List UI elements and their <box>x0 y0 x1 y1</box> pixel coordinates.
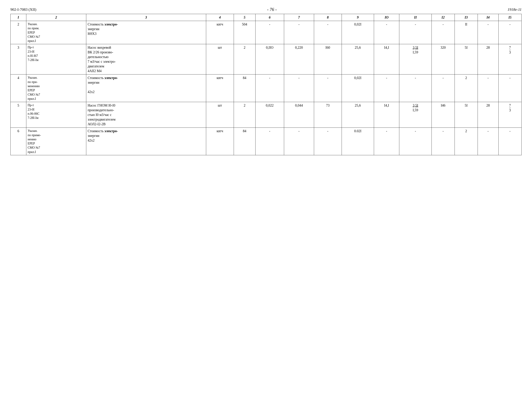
row3-col8: I60 <box>314 44 342 75</box>
row4-col10: - <box>374 75 399 102</box>
row5-col6: 0,022 <box>255 102 284 128</box>
row6-col5: 84 <box>234 128 255 155</box>
row5-col15: 73 <box>498 102 521 128</box>
row2-col2: Указан. по прим. ЕРЕР СМО №7 прил.I <box>26 21 86 44</box>
table-row: 6 Указан. по приме- нению ЕРЕР СМО №7 пр… <box>11 128 522 155</box>
row5-col10: I4,I <box>374 102 399 128</box>
table-row: 3 Пр-т 23-0I п.0I-I67 7-28I-Iм Насос вих… <box>11 44 522 75</box>
row3-col13: 5I <box>455 44 478 75</box>
row4-col7: - <box>284 75 314 102</box>
row5-col8: 73 <box>314 102 342 128</box>
row3-col10: I4,I <box>374 44 399 75</box>
table-row: 5 Пр-т 23-0I п.06-06С 7-28I-Iм Насос ГНО… <box>11 102 522 128</box>
row5-col14: 28 <box>478 102 498 128</box>
row6-col2: Указан. по приме- нению ЕРЕР СМО №7 прил… <box>26 128 86 155</box>
row6-col8: - <box>314 128 342 155</box>
row4-col13: 2 <box>455 75 478 102</box>
row4-col12: - <box>431 75 455 102</box>
row6-col7: - <box>284 128 314 155</box>
col-header-12: I2 <box>431 14 455 21</box>
main-table: I 2 3 4 5 6 7 8 9 IO II I2 I3 I4 I5 2 Ук… <box>10 14 522 155</box>
col-header-2: 2 <box>26 14 86 21</box>
document-title: 902-I-7083 (XII) <box>10 7 36 12</box>
col-header-10: IO <box>374 14 399 21</box>
row4-col8: - <box>314 75 342 102</box>
row-num: 4 <box>11 75 26 102</box>
header-row: I 2 3 4 5 6 7 8 9 IO II I2 I3 I4 I5 <box>11 14 522 21</box>
col-header-14: I4 <box>478 14 498 21</box>
col-header-1: I <box>11 14 26 21</box>
row2-col10: - <box>374 21 399 44</box>
row3-col15: 73 <box>498 44 521 75</box>
row6-col3: Стоимость электро- энергии 42х2 <box>86 128 206 155</box>
row6-col13: 2 <box>455 128 478 155</box>
row5-col13: 5I <box>455 102 478 128</box>
row2-col8: - <box>314 21 342 44</box>
row5-col9: 25,6 <box>342 102 374 128</box>
page-number: - 76 - <box>267 7 277 12</box>
row6-col12: - <box>431 128 455 155</box>
table-row: 4 Указан. по при- менению ЕРЕР СМО №7 пр… <box>11 75 522 102</box>
row6-col10: - <box>374 128 399 155</box>
col-header-13: I3 <box>455 14 478 21</box>
col-header-15: I5 <box>498 14 521 21</box>
row-num: 5 <box>11 102 26 128</box>
row2-col4: квтч <box>206 21 234 44</box>
row2-col12: - <box>431 21 455 44</box>
row4-col11: - <box>399 75 431 102</box>
row2-col5: 504 <box>234 21 255 44</box>
document-date: 1918e-11 <box>507 7 522 12</box>
col-header-5: 5 <box>234 14 255 21</box>
row2-col11: - <box>399 21 431 44</box>
row5-col4: шт <box>206 102 234 128</box>
row3-col6: 0,IIO <box>255 44 284 75</box>
row2-col15: - <box>498 21 521 44</box>
col-header-3: 3 <box>86 14 206 21</box>
row3-col5: 2 <box>234 44 255 75</box>
row5-col2: Пр-т 23-0I п.06-06С 7-28I-Iм <box>26 102 86 128</box>
row6-col15: - <box>498 128 521 155</box>
col-header-9: 9 <box>342 14 374 21</box>
row3-col4: шт <box>206 44 234 75</box>
row-num: 3 <box>11 44 26 75</box>
row4-col9: 0,02I <box>342 75 374 102</box>
col-header-6: 6 <box>255 14 284 21</box>
row4-col15: - <box>498 75 521 102</box>
row-num: 6 <box>11 128 26 155</box>
row5-col12: I46 <box>431 102 455 128</box>
row5-col11: 3,5II,59 <box>399 102 431 128</box>
col-header-4: 4 <box>206 14 234 21</box>
row2-col13: II <box>455 21 478 44</box>
row4-col6: - <box>255 75 284 102</box>
row5-col5: 2 <box>234 102 255 128</box>
row3-col3: Насос вихревой ВК 2/26 произво- дительно… <box>86 44 206 75</box>
col-header-8: 8 <box>314 14 342 21</box>
row6-col6: - <box>255 128 284 155</box>
row-num: 2 <box>11 21 26 44</box>
row2-col6: - <box>255 21 284 44</box>
col-header-7: 7 <box>284 14 314 21</box>
row2-col14: - <box>478 21 498 44</box>
row3-col9: 25,6 <box>342 44 374 75</box>
table-row: 2 Указан. по прим. ЕРЕР СМО №7 прил.I Ст… <box>11 21 522 44</box>
row3-col14: 28 <box>478 44 498 75</box>
row2-col9: 0,02I <box>342 21 374 44</box>
row3-col2: Пр-т 23-0I п.0I-I67 7-28I-Iм <box>26 44 86 75</box>
row5-col3: Насос ГНОМ I0-I0 производительно- стью I… <box>86 102 206 128</box>
row4-col5: 84 <box>234 75 255 102</box>
row4-col4: квтч <box>206 75 234 102</box>
row6-col4: квтч <box>206 128 234 155</box>
row2-col7: - <box>284 21 314 44</box>
row5-col7: 0,044 <box>284 102 314 128</box>
row3-col7: 0,220 <box>284 44 314 75</box>
row6-col11: - <box>399 128 431 155</box>
row4-col2: Указан. по при- менению ЕРЕР СМО №7 прил… <box>26 75 86 102</box>
row4-col14: - <box>478 75 498 102</box>
row3-col12: 320 <box>431 44 455 75</box>
row3-col11: 3,5II,59 <box>399 44 431 75</box>
row4-col3: Стоимость электро- энергии 42х2 <box>86 75 206 102</box>
col-header-11: II <box>399 14 431 21</box>
page-header: 902-I-7083 (XII) - 76 - 1918e-11 <box>10 7 522 12</box>
row2-col3: Стоимость электро- энергии I69X3 <box>86 21 206 44</box>
row6-col14: - <box>478 128 498 155</box>
